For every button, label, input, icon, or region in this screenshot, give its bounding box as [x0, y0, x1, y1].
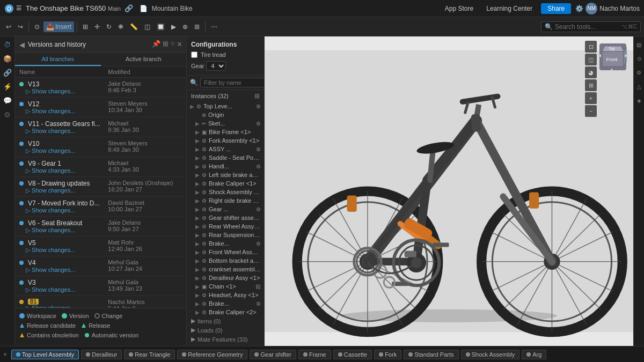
inst-derailleur[interactable]: ▶ ⚙ Derailleur Assy <1>: [187, 274, 264, 282]
inst-rear-wheel[interactable]: ▶ ⚙ Rear Wheel Assy <1>: [187, 222, 264, 231]
rp-icon1[interactable]: ▤: [633, 39, 645, 50]
search-input[interactable]: [555, 23, 619, 31]
sidebar-comment-icon[interactable]: 💬: [2, 94, 13, 106]
inst-assy[interactable]: ▶ ⚙ ASSY ... ⚙: [187, 145, 264, 153]
rp-icon2[interactable]: ⊙: [633, 53, 645, 64]
tab-shock-assembly[interactable]: Shock Assembly: [461, 350, 520, 359]
inst-group-items[interactable]: ▶ Items (0): [187, 316, 264, 326]
instances-expand-icon[interactable]: ⊞: [254, 92, 260, 100]
inst-front-wheel[interactable]: ▶ ⚙ Front Wheel Assy <...: [187, 248, 264, 256]
snap-btn[interactable]: ⊞: [80, 21, 91, 32]
inst-origin[interactable]: ▶ ⊕ Origin: [187, 110, 264, 119]
version-row-v3[interactable]: V3 ▷ Show changes... Mehul Gala 13:49 Ja…: [15, 276, 186, 296]
tab-fork[interactable]: Fork: [374, 350, 401, 359]
contains-obsoletion-btn[interactable]: Contains obsoletion: [19, 332, 79, 338]
rp-icon5[interactable]: ◈: [633, 94, 645, 106]
tab-all-branches[interactable]: All branches: [15, 53, 101, 66]
show-changes-v3[interactable]: ▷ Show changes...: [19, 286, 108, 293]
inst-handlebar[interactable]: ▶ ⚙ Handl... ⚙: [187, 162, 264, 171]
expand-icon[interactable]: ⊞: [163, 40, 169, 49]
app-store-btn[interactable]: App Store: [441, 4, 478, 13]
inst-gear-shifter[interactable]: ▶ ⚙ Gear shifter assem...: [187, 213, 264, 222]
tire-tread-checkbox[interactable]: [191, 51, 197, 58]
auto-version-btn[interactable]: Automatic version: [84, 332, 138, 338]
user-dropdown-icon[interactable]: ⚙️: [575, 5, 583, 12]
inst-brake3[interactable]: ▶ ⚙ Brake... ⚙: [187, 239, 264, 248]
sidebar-sim-icon[interactable]: ⚡: [2, 80, 13, 92]
sidebar-parts-icon[interactable]: 📦: [2, 53, 13, 64]
inst-rear-suspension[interactable]: ▶ ⚙ Rear Suspension <1>: [187, 231, 264, 239]
close-icon[interactable]: ×: [177, 40, 182, 49]
version-row-v11[interactable]: V11 - Cassette Gears fi... ▷ Show change…: [15, 117, 186, 137]
inst-gear[interactable]: ▶ ⚙ Gear ... ⚙: [187, 205, 264, 213]
show-changes-v8[interactable]: ▷ Show changes...: [19, 187, 108, 194]
release-candidate-btn[interactable]: Release candidate: [19, 322, 76, 329]
instances-filter[interactable]: [200, 78, 264, 87]
hamburger-icon[interactable]: ☰: [16, 5, 21, 12]
inst-group-loads[interactable]: ▶ Loads (0): [187, 326, 264, 335]
tab-reference-geometry[interactable]: Reference Geometry: [177, 350, 247, 359]
mate-btn[interactable]: ⊕: [180, 21, 191, 32]
zoom-fit-btn[interactable]: ⊡: [585, 41, 597, 53]
app-logo[interactable]: O ☰: [4, 4, 21, 13]
branch-icon[interactable]: ⑂: [171, 40, 175, 49]
add-tab-btn[interactable]: +: [3, 351, 7, 358]
render-btn[interactable]: 🔲: [154, 21, 167, 32]
tab-active-branch[interactable]: Active branch: [101, 53, 187, 66]
version-btn[interactable]: Version: [62, 313, 89, 319]
tab-arg[interactable]: Arg: [522, 350, 546, 359]
rotate-btn[interactable]: ↻: [104, 21, 114, 32]
sidebar-custom-icon[interactable]: ⊙: [2, 108, 13, 120]
transform-btn[interactable]: ⊙: [32, 21, 42, 32]
link-icon[interactable]: 🔗: [125, 4, 133, 12]
viewport[interactable]: Front Top ◀ ▶ ▼ ⊡ ◫ ◕ ⊞ + −: [265, 36, 633, 346]
inst-bike-frame[interactable]: ▶ ▣ Bike Frame <1>: [187, 128, 264, 136]
inst-brake4[interactable]: ▶ ⚙ Brake... ⚙: [187, 299, 264, 308]
avatar[interactable]: NM: [586, 3, 597, 14]
inst-fork[interactable]: ▶ ⚙ Fork Assembly <1>: [187, 136, 264, 145]
shading-btn[interactable]: ◕: [585, 67, 597, 78]
inst-sketch[interactable]: ▶ ✏ Sket... ⚙: [187, 119, 264, 128]
measure-btn[interactable]: 📏: [127, 21, 141, 32]
version-row-v10[interactable]: V10 ▷ Show changes... Steven Meyers 8:49…: [15, 137, 186, 157]
show-changes-v5[interactable]: ▷ Show changes...: [19, 247, 108, 254]
gear-select[interactable]: 4123 5678: [206, 61, 226, 71]
version-row-v9[interactable]: V9 - Gear 1 ▷ Show changes... Michael 4:…: [15, 157, 186, 177]
inst-right-brake[interactable]: ▶ ⚙ Right side brake as...: [187, 196, 264, 205]
tab-top-level-assembly[interactable]: Top Level Assembly: [11, 350, 79, 359]
show-changes-v4[interactable]: ▷ Show changes...: [19, 267, 108, 274]
show-changes-v11[interactable]: ▷ Show changes...: [19, 128, 108, 135]
inst-bottom-bracket[interactable]: ▶ ⚙ Bottom bracket ass...: [187, 256, 264, 265]
inst-shock[interactable]: ▶ ⚙ Shock Assembly <1>: [187, 188, 264, 196]
view-section-btn[interactable]: ◫: [585, 54, 597, 65]
tab-derailleur[interactable]: Derailleur: [81, 350, 122, 359]
workspace-btn[interactable]: Workspace: [19, 313, 56, 319]
animate-btn[interactable]: ▶: [169, 21, 179, 32]
tab-rear-triangle[interactable]: Rear Triangle: [124, 350, 175, 359]
zoom-in-btn[interactable]: +: [585, 92, 597, 104]
pin-icon[interactable]: 📌: [152, 40, 160, 49]
rp-icon3[interactable]: ⚙: [633, 67, 645, 78]
sidebar-versions-icon[interactable]: ⏱: [2, 39, 13, 50]
inst-top-level[interactable]: ▶ ⚙ Top Leve... ⚙: [187, 102, 264, 110]
inst-crankset[interactable]: ▶ ⚙ crankset assembly ...: [187, 265, 264, 274]
version-row-b1[interactable]: B1 ▷ Show changes... Nacho Martos 5:44 J…: [15, 296, 186, 308]
show-changes-v10[interactable]: ▷ Show changes...: [19, 147, 108, 154]
tab-standard-parts[interactable]: Standard Parts: [404, 350, 458, 359]
insert-btn[interactable]: 📥 Insert: [43, 21, 74, 32]
version-row-v8[interactable]: V8 - Drawing updates ▷ Show changes... J…: [15, 177, 186, 197]
move-btn[interactable]: ✛: [92, 21, 103, 32]
tab-cassette[interactable]: Cassette: [333, 350, 372, 359]
redo-btn[interactable]: ↪: [15, 21, 26, 32]
show-changes-v7[interactable]: ▷ Show changes...: [19, 207, 108, 214]
release-btn[interactable]: Release: [81, 322, 110, 329]
inst-brake-caliper1[interactable]: ▶ ⚙ Brake Caliper <1>: [187, 179, 264, 188]
version-row-v7[interactable]: V7 - Moved Fork into D... ▷ Show changes…: [15, 197, 186, 217]
version-row-v5[interactable]: V5 ▷ Show changes... Matt Rohr 12:40 Jan…: [15, 237, 186, 256]
inst-saddle[interactable]: ▶ ⚙ Saddle - Seat Post ...: [187, 153, 264, 162]
inst-headset[interactable]: ▶ ⚙ Headset, Assy <1>: [187, 291, 264, 299]
pattern-btn[interactable]: ⊞: [192, 21, 202, 32]
show-changes-v13[interactable]: ▷ Show changes...: [19, 88, 108, 95]
rp-icon4[interactable]: △: [633, 80, 645, 92]
inst-left-brake[interactable]: ▶ ⚙ Left side brake ass...: [187, 171, 264, 179]
